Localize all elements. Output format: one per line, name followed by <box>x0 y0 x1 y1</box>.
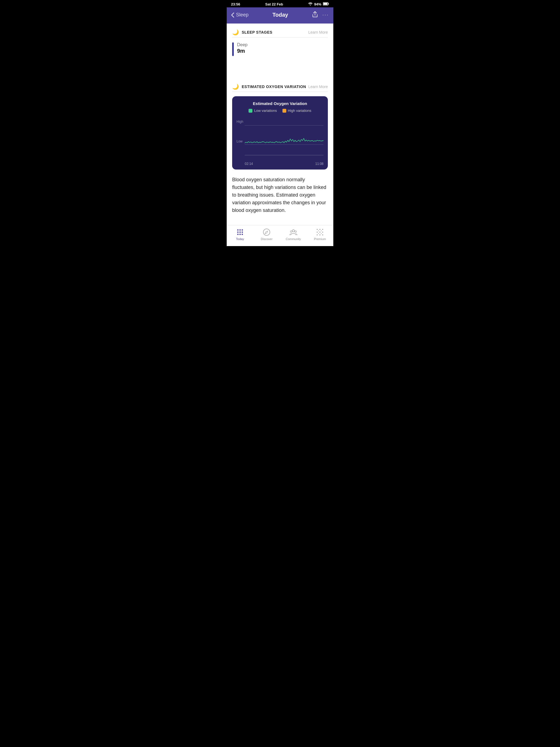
svg-point-6 <box>237 232 238 233</box>
nav-discover-label: Discover <box>261 237 273 241</box>
svg-point-12 <box>263 229 270 235</box>
legend-dot-low <box>249 109 252 113</box>
deep-label: Deep <box>237 42 248 47</box>
chart-title: Estimated Oxygen Variation <box>236 101 324 106</box>
bottom-nav: Today Discover C <box>227 225 333 246</box>
status-right: 94% <box>308 2 329 6</box>
svg-point-27 <box>318 233 319 234</box>
svg-point-16 <box>316 229 318 230</box>
svg-point-18 <box>322 229 323 230</box>
sleep-stages-section: 🌙 SLEEP STAGES Learn More Deep 9m <box>227 24 333 78</box>
status-date: Sat 22 Feb <box>265 2 283 6</box>
svg-rect-2 <box>324 3 328 5</box>
sleep-stages-title: SLEEP STAGES <box>242 30 272 34</box>
oxygen-divider <box>232 92 328 92</box>
svg-point-8 <box>241 232 243 233</box>
main-content: 🌙 SLEEP STAGES Learn More Deep 9m <box>227 24 333 225</box>
page-title: Today <box>272 12 288 18</box>
chart-time-labels: 02:14 11:08 <box>236 162 324 166</box>
chart-high-label: High <box>236 120 244 124</box>
svg-point-17 <box>320 229 321 230</box>
svg-point-14 <box>290 231 292 232</box>
oxygen-title-row: 🌙 ESTIMATED OXYGEN VARIATION <box>232 83 306 90</box>
header-actions: ··· <box>312 11 329 19</box>
nav-community[interactable]: Community <box>284 228 303 241</box>
svg-point-15 <box>295 231 297 232</box>
chart-area: High Low <box>236 117 324 161</box>
share-icon[interactable] <box>312 11 318 19</box>
chart-low-label: Low <box>236 139 243 143</box>
svg-point-3 <box>237 229 238 231</box>
back-label: Sleep <box>236 12 249 18</box>
chart-time-end: 11:08 <box>315 162 324 166</box>
moon-icon: 🌙 <box>232 29 239 35</box>
sleep-stages-content: Deep 9m <box>232 41 328 78</box>
legend-low-label: Low variations <box>254 108 277 113</box>
svg-point-28 <box>321 233 322 234</box>
sleep-stages-divider <box>232 37 328 37</box>
sleep-stages-title-row: 🌙 SLEEP STAGES <box>232 29 272 35</box>
svg-point-11 <box>241 234 243 235</box>
oxygen-description: Blood oxygen saturation normally fluctua… <box>227 175 333 225</box>
sleep-stages-header: 🌙 SLEEP STAGES Learn More <box>232 29 328 35</box>
oxygen-learn-more[interactable]: Learn More <box>308 84 328 89</box>
svg-rect-1 <box>328 3 329 5</box>
svg-point-5 <box>241 229 243 231</box>
status-bar: 23:56 Sat 22 Feb 94% <box>227 0 333 7</box>
svg-point-20 <box>320 232 321 233</box>
nav-today-label: Today <box>236 237 244 241</box>
svg-point-10 <box>239 234 240 235</box>
oxygen-moon-icon: 🌙 <box>232 83 239 90</box>
legend-high: High variations <box>282 108 311 113</box>
legend-high-label: High variations <box>288 108 311 113</box>
oxygen-header: 🌙 ESTIMATED OXYGEN VARIATION Learn More <box>232 83 328 90</box>
discover-nav-icon <box>262 228 271 236</box>
wifi-icon <box>308 2 312 6</box>
chart-svg-container <box>245 117 324 155</box>
community-nav-icon <box>289 228 298 236</box>
chart-time-start: 02:14 <box>245 162 253 166</box>
oxygen-title: ESTIMATED OXYGEN VARIATION <box>242 84 306 89</box>
battery-icon <box>323 2 329 6</box>
deep-value: 9m <box>237 48 248 54</box>
device-frame: 23:56 Sat 22 Feb 94% <box>227 0 333 246</box>
nav-community-label: Community <box>286 237 301 241</box>
svg-point-7 <box>239 232 240 233</box>
oxygen-section: 🌙 ESTIMATED OXYGEN VARIATION Learn More <box>227 78 333 92</box>
chart-legend: Low variations High variations <box>236 108 324 113</box>
svg-point-21 <box>322 232 323 233</box>
svg-point-24 <box>322 234 323 235</box>
waveform-svg <box>245 117 324 155</box>
nav-premium-label: Premium <box>314 237 326 241</box>
svg-point-4 <box>239 229 240 231</box>
app-header: Sleep Today ··· <box>227 7 333 24</box>
svg-point-25 <box>318 231 319 231</box>
nav-premium[interactable]: Premium <box>310 228 330 241</box>
svg-point-19 <box>316 232 318 233</box>
status-time: 23:56 <box>231 2 240 6</box>
app-container: Sleep Today ··· 🌙 SLEEP <box>227 7 333 246</box>
legend-dot-high <box>282 109 286 113</box>
battery-percentage: 94% <box>314 2 321 6</box>
svg-point-22 <box>316 234 318 235</box>
back-button[interactable]: Sleep <box>231 12 249 18</box>
nav-today[interactable]: Today <box>230 228 250 241</box>
svg-point-13 <box>292 230 295 232</box>
deep-info: Deep 9m <box>237 42 248 56</box>
sleep-stages-learn-more[interactable]: Learn More <box>308 30 328 34</box>
today-nav-icon <box>236 228 244 236</box>
more-options-icon[interactable]: ··· <box>322 12 329 18</box>
deep-bar <box>232 42 234 56</box>
svg-point-9 <box>237 234 238 235</box>
svg-point-26 <box>321 231 322 231</box>
svg-point-23 <box>320 234 321 235</box>
premium-nav-icon <box>316 228 324 236</box>
oxygen-chart: Estimated Oxygen Variation Low variation… <box>232 96 328 170</box>
nav-discover[interactable]: Discover <box>257 228 276 241</box>
legend-low: Low variations <box>249 108 277 113</box>
